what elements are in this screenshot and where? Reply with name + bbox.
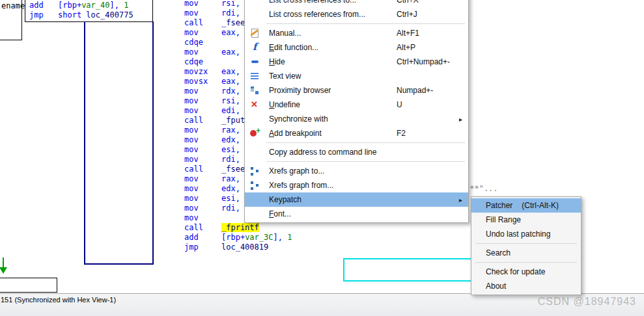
menu-shortcut: Ctrl+Numpad+- [397,57,450,66]
menu-item-text-view[interactable]: Text view [245,69,468,83]
asm-mnemonic: jmp [184,243,221,252]
graph-node-label: ename [1,1,25,10]
asm-mnemonic: mov [184,96,221,105]
menu-item-proximity-browser[interactable]: Proximity browserNumpad+- [245,83,468,98]
asm-mnemonic: mov [184,86,221,96]
blank-icon [249,147,263,157]
menu-item-label: Synchronize with [269,114,328,124]
asm-token: ], [273,233,287,242]
hide-icon [249,57,263,67]
asm-mnemonic: mov [184,174,221,183]
menu-item-undefine[interactable]: UndefineU [245,98,468,112]
menu-item-label: Patcher [486,201,512,210]
basic-block-code: add[rbp+var_40], 1jmpshort loc_400775 [29,1,152,20]
menu-item-label: Check for update [486,267,545,276]
asm-operands: [rbp+var_3C], 1 [221,233,292,242]
status-text: 151 (Synchronized with Hex View-1) [1,296,116,304]
asm-mnemonic: mov [184,155,221,164]
menu-item-xrefs-graph-from[interactable]: Xrefs graph from... [245,178,468,192]
asm-token: 1 [287,233,292,242]
blank-icon [249,209,263,219]
menu-item-search[interactable]: Search [471,246,581,260]
undefine-icon [249,99,263,110]
menu-shortcut: F2 [397,129,406,138]
menu-item-fill-range[interactable]: Fill Range [471,213,581,227]
asm-operands: short loc_400775 [58,10,133,20]
asm-mnemonic: movsx [184,77,221,86]
asm-line[interactable]: call_fprintf [184,223,469,233]
asm-mnemonic: mov [184,145,221,154]
asm-token: var_3C [245,233,273,242]
menu-item-patcher[interactable]: Patcher(Ctrl-Alt-K) [471,198,581,213]
asm-operands: _fprintf [221,223,259,232]
xrefs-to-icon [249,166,263,176]
asm-line[interactable]: add[rbp+var_40], 1 [29,1,152,10]
menu-shortcut: Alt+F1 [397,29,419,38]
menu-item-hide[interactable]: HideCtrl+Numpad+- [245,55,468,69]
asm-mnemonic: mov [184,135,221,144]
menu-item-label: Keypatch [269,195,301,204]
blank-icon [249,9,263,20]
asm-mnemonic: cdqe [184,57,221,66]
menu-item-keypatch[interactable]: Keypatch▸ [245,192,468,207]
menu-item-list-cross-references-from[interactable]: List cross references from...Ctrl+J [245,7,468,21]
asm-token: esi, [221,145,245,154]
menu-item-label: Hide [269,57,285,66]
menu-shortcut: Alt+P [397,43,415,52]
menu-item-label: Copy address to command line [269,148,376,157]
menu-separator [266,23,465,24]
graph-edge-loop [84,21,154,265]
menu-item-font[interactable]: Font... [245,207,468,221]
asm-mnemonic: mov [184,125,221,135]
asm-line[interactable]: jmploc_400819 [184,243,469,252]
graph-node-partial-bottom[interactable] [0,278,57,293]
asm-mnemonic: mov [184,106,221,115]
asm-operands: loc_400819 [221,243,268,252]
menu-item-check-for-update[interactable]: Check for update [471,265,581,279]
menu-item-label: About [486,282,506,291]
menu-item-add-breakpoint[interactable]: Add breakpointF2 [245,126,468,140]
blank-icon [249,0,263,5]
menu-item-label: Add breakpoint [269,129,322,138]
asm-token: loc_400775 [86,10,133,20]
menu-shortcut: Ctrl+J [397,10,417,19]
watermark: CSDN @18947943 [538,296,636,308]
asm-token: var_40 [81,1,109,10]
asm-mnemonic: mov [184,0,221,8]
asm-mnemonic: call [184,18,221,27]
asm-mnemonic: call [184,116,221,125]
menu-item-copy-address-to-command-line[interactable]: Copy address to command line [245,145,468,159]
menu-item-label: Edit function... [269,43,318,52]
menu-shortcut: Numpad+- [397,86,433,95]
menu-item-label: Xrefs graph to... [269,166,324,176]
menu-item-edit-function[interactable]: Edit function...Alt+P [245,40,468,55]
asm-mnemonic: add [29,1,58,10]
menu-separator [266,161,465,162]
menu-item-synchronize-with[interactable]: Synchronize with▸ [245,112,468,126]
menu-item-manual[interactable]: Manual...Alt+F1 [245,26,468,40]
menu-item-label: Fill Range [486,215,521,224]
asm-token: short [58,10,86,20]
asm-mnemonic: cdqe [184,38,221,47]
blank-icon [249,114,263,124]
graph-basic-block-top[interactable]: add[rbp+var_40], 1jmpshort loc_400775 [25,0,153,22]
submenu-arrow-icon: ▸ [459,116,462,123]
menu-item-xrefs-graph-to[interactable]: Xrefs graph to... [245,164,468,178]
menu-shortcut: Ctrl+X [397,0,419,5]
asm-line[interactable]: add[rbp+var_3C], 1 [184,233,469,243]
manual-icon [249,28,263,38]
menu-item-label: Text view [269,72,301,81]
menu-separator [475,243,577,244]
asm-line[interactable]: jmpshort loc_400775 [29,10,152,20]
text-view-icon [249,71,263,81]
menu-item-undo-last-patching[interactable]: Undo last patching [471,227,581,241]
menu-item-about[interactable]: About [471,279,581,293]
asm-mnemonic: mov [184,184,221,193]
menu-item-list-cross-references-to[interactable]: List cross references to...Ctrl+X [245,0,468,7]
menu-item-label: List cross references to... [269,0,356,5]
asm-token: loc_400819 [221,243,268,252]
menu-separator [475,262,577,263]
menu-item-label: Font... [269,209,291,218]
string-literal-fragment: ***"... [465,184,498,193]
menu-item-label: Undo last patching [486,230,550,239]
